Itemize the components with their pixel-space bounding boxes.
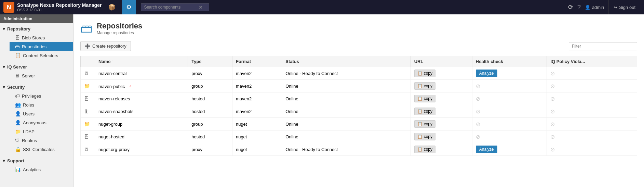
sidebar-item-ssl-label: SSL Certificates xyxy=(23,147,55,152)
col-type-header[interactable]: Type xyxy=(188,56,232,67)
iq-policy-icon: ⊘ xyxy=(550,71,555,76)
col-iq-header[interactable]: IQ Policy Viola... xyxy=(547,56,637,67)
sidebar-group-iq[interactable]: ▾ IQ Server xyxy=(0,63,73,71)
table-row[interactable]: 📁 nuget-group group nuget Online 📋 copy … xyxy=(81,118,637,130)
sidebar-group-repository-label: Repository xyxy=(7,26,30,32)
search-input[interactable] xyxy=(144,5,199,10)
app-version: OSS 3.13.0-01 xyxy=(17,8,102,12)
row-name-cell: maven-releases xyxy=(95,92,188,105)
sidebar-section-support: ▾ Support 📊 Analytics xyxy=(0,155,73,175)
sidebar-group-support[interactable]: ▾ Support xyxy=(0,157,73,165)
row-iq-cell: ⊘ xyxy=(547,118,637,130)
packages-icon-btn[interactable]: 📦 xyxy=(105,0,119,14)
table-row[interactable]: 🖥 nuget.org-proxy proxy nuget Online - R… xyxy=(81,143,637,156)
col-status-header[interactable]: Status xyxy=(282,56,411,67)
ssl-icon: 🔒 xyxy=(15,147,21,152)
analyze-button[interactable]: Analyze xyxy=(476,70,497,77)
filter-input[interactable] xyxy=(569,42,637,50)
sidebar-item-analytics-label: Analytics xyxy=(23,167,41,172)
copy-url-button[interactable]: 📋 copy xyxy=(414,108,435,115)
create-repository-button[interactable]: ➕ Create repository xyxy=(80,41,131,51)
repositories-page-icon: 🗃 xyxy=(80,21,93,36)
row-iq-cell: ⊘ xyxy=(547,105,637,118)
copy-label: copy xyxy=(424,109,432,114)
copy-url-button[interactable]: 📋 copy xyxy=(414,146,435,153)
user-label: admin xyxy=(592,5,604,10)
user-menu[interactable]: 👤 admin xyxy=(585,5,604,10)
copy-url-button[interactable]: 📋 copy xyxy=(414,133,435,140)
sidebar-item-ldap[interactable]: 📁 LDAP xyxy=(10,127,73,136)
copy-label: copy xyxy=(424,71,432,76)
sidebar-item-roles[interactable]: 👥 Roles xyxy=(10,100,73,109)
copy-icon: 📋 xyxy=(417,96,422,101)
sidebar-item-ssl-certs[interactable]: 🔒 SSL Certificates xyxy=(10,145,73,154)
signout-btn[interactable]: ↪ Sign out xyxy=(608,0,641,14)
copy-url-button[interactable]: 📋 copy xyxy=(414,70,435,77)
row-type-cell: hosted xyxy=(188,105,232,118)
table-row[interactable]: 📁 maven-public ← group maven2 Online 📋 c… xyxy=(81,80,637,92)
sidebar-item-repositories[interactable]: 🗃 Repositories xyxy=(10,42,73,51)
sidebar-group-repository[interactable]: ▾ Repository xyxy=(0,25,73,33)
row-type-icon-cell: 🖥 xyxy=(81,67,95,80)
sidebar-item-users[interactable]: 👤 Users xyxy=(10,109,73,118)
col-format-header[interactable]: Format xyxy=(232,56,282,67)
chevron-down-icon-support: ▾ xyxy=(3,158,5,163)
copy-url-button[interactable]: 📋 copy xyxy=(414,120,435,128)
row-type-icon-cell: 🖥 xyxy=(81,143,95,156)
sidebar-sub-security: 🏷 Privileges 👥 Roles 👤 Users 👤 Anonymous… xyxy=(0,91,73,154)
row-name-cell: nuget-group xyxy=(95,118,188,130)
table-row[interactable]: 🗄 maven-releases hosted maven2 Online 📋 … xyxy=(81,92,637,105)
copy-icon: 📋 xyxy=(417,71,422,76)
row-name: maven-public xyxy=(98,84,125,89)
copy-url-button[interactable]: 📋 copy xyxy=(414,95,435,102)
row-url-cell: 📋 copy xyxy=(411,105,472,118)
col-name-header[interactable]: Name ↑ xyxy=(95,56,188,67)
sidebar: Administration ▾ Repository 🗄 Blob Store… xyxy=(0,14,73,187)
sidebar-item-server-label: Server xyxy=(22,73,35,78)
analytics-icon: 📊 xyxy=(15,167,21,172)
sidebar-item-anonymous[interactable]: 👤 Anonymous xyxy=(10,118,73,127)
copy-icon: 📋 xyxy=(417,147,422,152)
row-name: nuget-hosted xyxy=(98,134,124,139)
row-iq-cell: ⊘ xyxy=(547,143,637,156)
sidebar-item-realms[interactable]: 🛡 Realms xyxy=(10,136,73,145)
brand: N Sonatype Nexus Repository Manager OSS … xyxy=(3,2,102,13)
table-row[interactable]: 🗄 nuget-hosted hosted nuget Online 📋 cop… xyxy=(81,130,637,143)
sidebar-group-security[interactable]: ▾ Security xyxy=(0,83,73,91)
brand-text: Sonatype Nexus Repository Manager OSS 3.… xyxy=(17,2,102,12)
sidebar-item-analytics[interactable]: 📊 Analytics xyxy=(10,165,73,174)
sidebar-item-content-selectors[interactable]: 📋 Content Selectors xyxy=(10,51,73,60)
sidebar-item-privileges[interactable]: 🏷 Privileges xyxy=(10,91,73,100)
row-type-icon: 🖥 xyxy=(84,71,89,76)
copy-url-button[interactable]: 📋 copy xyxy=(414,82,435,90)
copy-label: copy xyxy=(424,122,432,126)
row-format-cell: nuget xyxy=(232,130,282,143)
roles-icon: 👥 xyxy=(15,102,21,108)
sidebar-item-users-label: Users xyxy=(23,111,35,116)
row-url-cell: 📋 copy xyxy=(411,92,472,105)
row-format-cell: nuget xyxy=(232,118,282,130)
col-url-header[interactable]: URL xyxy=(411,56,472,67)
plus-icon: ➕ xyxy=(85,43,90,49)
blobstore-icon: 🗄 xyxy=(15,35,20,40)
row-healthcheck-cell: ⊘ xyxy=(472,130,547,143)
refresh-icon[interactable]: ⟳ xyxy=(568,3,573,11)
repositories-icon: 🗃 xyxy=(15,44,20,49)
analyze-button[interactable]: Analyze xyxy=(476,146,497,153)
sidebar-item-server[interactable]: 🖥 Server xyxy=(10,71,73,80)
table-row[interactable]: 🗄 maven-snapshots hosted maven2 Online 📋… xyxy=(81,105,637,118)
row-status-cell: Online - Ready to Connect xyxy=(282,143,411,156)
col-healthcheck-header[interactable]: Health check xyxy=(472,56,547,67)
signout-icon: ↪ xyxy=(614,5,617,10)
search-bar: ✕ xyxy=(141,3,209,11)
copy-icon: 📋 xyxy=(417,109,422,114)
repositories-table: Name ↑ Type Format Status URL Health che… xyxy=(80,56,637,156)
sidebar-item-blobstores[interactable]: 🗄 Blob Stores xyxy=(10,33,73,42)
search-clear-icon[interactable]: ✕ xyxy=(199,4,203,10)
row-format-cell: maven2 xyxy=(232,80,282,92)
table-row[interactable]: 🖥 maven-central proxy maven2 Online - Re… xyxy=(81,67,637,80)
settings-icon-btn[interactable]: ⚙ xyxy=(122,0,136,14)
row-status-cell: Online xyxy=(282,92,411,105)
row-format-cell: nuget xyxy=(232,143,282,156)
help-icon[interactable]: ? xyxy=(577,4,581,11)
